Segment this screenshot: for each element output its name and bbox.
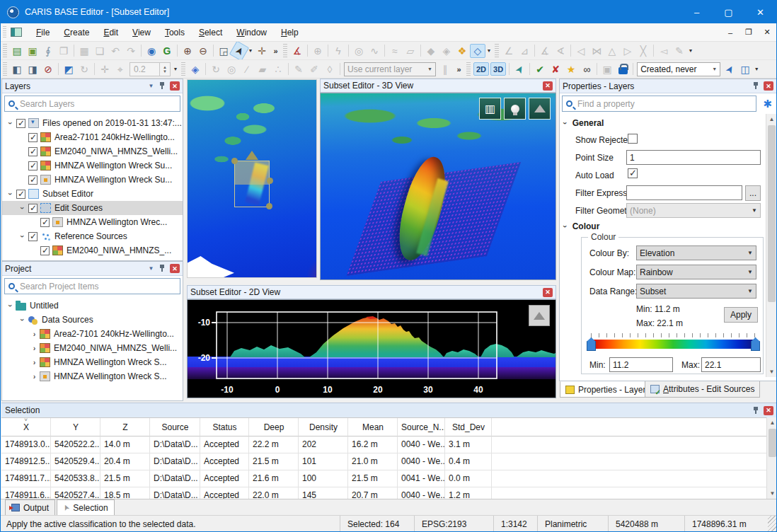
column-header-y[interactable]: Y <box>51 418 100 436</box>
tree-item[interactable]: Area2-7101 240kHz-Wellingto... <box>2 130 183 144</box>
toolbar-grip[interactable] <box>283 44 287 58</box>
min-input[interactable]: 11.2 <box>609 357 673 372</box>
zoom-in-icon[interactable]: ⊕ <box>180 44 195 58</box>
column-header-source-n-[interactable]: Source_N... <box>398 418 445 436</box>
scroll-up-icon[interactable]: ▲ <box>767 417 777 428</box>
toolbar-grip[interactable] <box>3 62 7 76</box>
colour-map-combo[interactable]: Rainbow▼ <box>636 265 756 279</box>
lighting-button[interactable] <box>504 98 526 120</box>
close-button[interactable]: ✕ <box>744 1 776 23</box>
toolbar-grip[interactable] <box>3 44 7 58</box>
dropdown-arrow-icon[interactable]: ▼ <box>485 48 493 53</box>
select-rect-icon[interactable]: ◧ <box>9 62 25 76</box>
classify-cursor-icon[interactable]: ➤ <box>720 60 739 79</box>
expander-icon[interactable]: › <box>6 189 15 200</box>
menu-tools[interactable]: Tools <box>158 25 192 40</box>
menu-select[interactable]: Select <box>192 25 229 40</box>
exaggeration-button[interactable] <box>529 98 551 120</box>
visibility-checkbox[interactable] <box>28 147 38 156</box>
tree-item[interactable]: ›Subset Editor <box>2 187 183 201</box>
expander-icon[interactable]: › <box>18 231 27 242</box>
toolbar-grip[interactable] <box>495 44 499 58</box>
subset-selection-box[interactable] <box>234 161 270 207</box>
expander-icon[interactable]: › <box>29 330 40 338</box>
visibility-checkbox[interactable] <box>28 232 38 241</box>
colour-layers-icon[interactable]: ❖ <box>454 44 470 58</box>
column-header-std-dev[interactable]: Std_Dev <box>445 418 492 436</box>
select-cursor-icon[interactable]: ➤ <box>229 42 249 60</box>
zoom-out-icon[interactable]: ⊖ <box>195 44 211 58</box>
tree-item[interactable]: EM2040_NIWA_HMNZS_Welli... <box>2 144 183 158</box>
minimize-button[interactable]: – <box>681 1 713 23</box>
exaggeration-button-2d[interactable] <box>529 305 550 326</box>
data-range-combo[interactable]: Subset▼ <box>636 284 756 299</box>
properties-panel-pin-icon[interactable] <box>753 81 759 91</box>
tree-item[interactable]: ›Area2-7101 240kHz-Wellingto... <box>2 327 183 341</box>
subset-handle-bottom-right[interactable] <box>266 203 272 209</box>
accept-icon[interactable]: ✔ <box>532 62 548 76</box>
tree-item[interactable]: EM2040_NIWA_HMNZS_... <box>2 243 183 258</box>
quick-pick-cursor-icon[interactable]: ➤ <box>510 60 529 79</box>
view2d-header[interactable]: Subset Editor - 2D View ✕ <box>187 285 556 299</box>
visibility-checkbox[interactable] <box>40 218 50 227</box>
general-section-header[interactable]: ›General <box>564 118 604 128</box>
settings-gear-icon[interactable]: ✱ <box>759 98 776 110</box>
flag-outstanding-icon[interactable]: ★ <box>563 62 579 76</box>
tree-item[interactable]: ›Data Sources <box>2 313 183 327</box>
visibility-checkbox[interactable] <box>16 190 25 199</box>
examine-binoculars-icon[interactable]: ∞ <box>579 62 594 76</box>
show-rejected-checkbox[interactable] <box>628 134 638 144</box>
layers-panel-close-icon[interactable]: ✕ <box>170 81 180 91</box>
tree-item[interactable]: ›Files opened on 2019-01-31 13:47:... <box>2 116 183 130</box>
menu-help[interactable]: Help <box>274 25 306 40</box>
table-scrollbar[interactable]: ▲ ▼ <box>766 417 777 499</box>
view2d-close-icon[interactable]: ✕ <box>543 288 553 297</box>
profile-tool-icon[interactable]: ∡ <box>289 44 305 58</box>
visibility-checkbox[interactable] <box>28 133 38 142</box>
selection-panel-pin-icon[interactable] <box>753 406 759 415</box>
view3d-close-icon[interactable]: ✕ <box>543 81 553 91</box>
tree-item[interactable]: ›EM2040_NIWA_HMNZS_Welli... <box>2 341 183 355</box>
column-header-x[interactable]: X˅ <box>1 418 51 436</box>
toolbar-grip[interactable] <box>181 62 185 76</box>
menu-edit[interactable]: Edit <box>96 25 125 40</box>
filter-browse-button[interactable]: ... <box>745 185 761 201</box>
visibility-checkbox[interactable] <box>28 161 38 170</box>
tab-attributes-edit-sources[interactable]: Attributes - Edit Sources <box>645 381 760 398</box>
expander-icon[interactable]: › <box>29 344 40 352</box>
mdi-minimize-button[interactable]: – <box>721 28 739 37</box>
layers-panel-pin-icon[interactable] <box>159 81 166 91</box>
clear-selection-icon[interactable]: ⊘ <box>40 62 56 76</box>
tree-item[interactable]: HMNZA Wellington Wreck Su... <box>2 158 183 173</box>
expander-icon[interactable]: › <box>6 118 15 129</box>
visibility-checkbox[interactable] <box>40 246 50 255</box>
expander-icon[interactable]: › <box>29 372 40 381</box>
property-search-box[interactable]: Find a property <box>562 96 756 112</box>
column-header-source[interactable]: Source <box>150 418 200 436</box>
apply-button[interactable]: Apply <box>724 307 758 323</box>
table-row[interactable]: 1748911.7...5420533.8...21.5 mD:\Data\D.… <box>1 470 766 487</box>
visibility-checkbox[interactable] <box>28 204 38 213</box>
properties-scrollbar[interactable]: ▲ ▼ <box>766 114 776 377</box>
column-header-density[interactable]: Density <box>299 418 348 436</box>
tree-item[interactable]: ›HMNZA Wellington Wreck S... <box>2 355 183 369</box>
attach-file-icon[interactable]: ∮ <box>40 44 56 58</box>
scroll-up-icon[interactable]: ▲ <box>766 114 777 125</box>
dropdown-arrow-icon[interactable]: ▼ <box>753 66 760 71</box>
dropdown-arrow-icon[interactable]: ▼ <box>687 48 694 53</box>
mdi-document-icon[interactable] <box>11 28 22 37</box>
table-row[interactable]: 1748913.0...5420522.2...14.0 mD:\Data\D.… <box>1 436 766 453</box>
pan-hand-icon[interactable]: ✛ <box>254 44 270 58</box>
georeference-icon[interactable]: ◈ <box>188 62 203 76</box>
view3d-canvas[interactable]: ▥ <box>320 93 556 280</box>
filter-expression-input[interactable] <box>626 185 742 200</box>
subset-handle-right[interactable] <box>267 178 273 184</box>
toolbar-overflow-icon[interactable]: » <box>453 65 464 74</box>
scroll-down-icon[interactable]: ▼ <box>766 366 777 377</box>
tree-item[interactable]: ›HMNZA Wellington Wreck S... <box>2 369 183 383</box>
maximize-button[interactable]: ▢ <box>713 1 744 23</box>
split-view-icon[interactable]: ◫ <box>737 62 753 76</box>
expander-icon[interactable]: › <box>18 315 27 325</box>
max-input[interactable]: 22.1 <box>701 357 761 372</box>
toolbar-grip[interactable] <box>466 62 471 76</box>
